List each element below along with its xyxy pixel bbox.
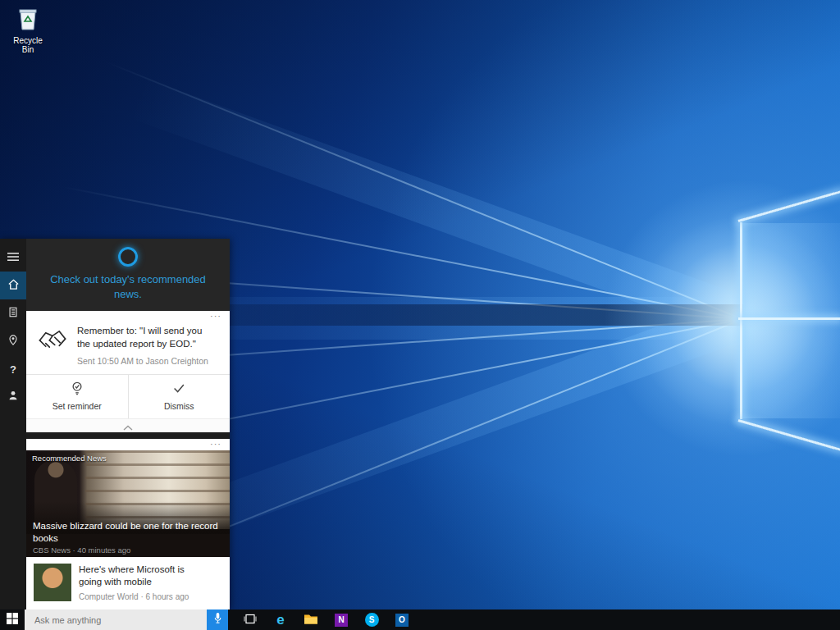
dismiss-button[interactable]: Dismiss — [129, 375, 231, 418]
recycle-bin-icon — [17, 20, 39, 34]
news-card-more-button[interactable]: ··· — [26, 439, 230, 450]
sidebar-item-places[interactable] — [0, 327, 26, 355]
cortana-sidebar: ? — [0, 239, 26, 609]
menu-button[interactable] — [0, 244, 26, 272]
window-logo-edge — [738, 317, 840, 320]
chevron-up-icon — [123, 419, 133, 433]
cortana-panel: ? Check out today's recommended news. ··… — [0, 239, 230, 609]
collapse-card-button[interactable] — [26, 418, 230, 432]
sidebar-item-notebook[interactable] — [0, 299, 26, 327]
notebook-icon — [7, 306, 19, 322]
taskbar-icons: e N S O — [228, 609, 411, 630]
news-card: ··· Recommended News Massive blizzard co… — [26, 439, 230, 609]
reminder-meta: Sent 10:50 AM to Jason Creighton — [77, 355, 215, 368]
reminder-card: ··· Remember to: "I will send you the up… — [26, 311, 230, 432]
skype-button[interactable]: S — [363, 611, 381, 629]
outlook-button[interactable]: O — [393, 611, 411, 629]
home-icon — [7, 278, 20, 294]
edge-browser-button[interactable]: e — [272, 611, 290, 629]
person-icon — [7, 390, 19, 404]
window-logo-pane — [742, 223, 840, 418]
cortana-content: Check out today's recommended news. ··· — [26, 239, 230, 609]
start-button[interactable] — [0, 609, 25, 630]
reminder-text-block: Remember to: "I will send you the update… — [77, 324, 215, 368]
help-icon: ? — [10, 363, 16, 376]
location-pin-icon — [7, 334, 19, 349]
reminder-text: Remember to: "I will send you the update… — [77, 324, 215, 350]
cortana-logo-icon — [118, 247, 138, 267]
reminder-bell-icon — [70, 384, 84, 398]
card-gap — [26, 432, 230, 439]
cortana-greeting: Check out today's recommended news. — [26, 272, 230, 302]
windows-desktop: Recycle Bin — [0, 0, 840, 630]
edge-icon: e — [276, 612, 284, 628]
onenote-button[interactable]: N — [332, 611, 350, 629]
news-headline: Massive blizzard could be one for the re… — [26, 520, 230, 545]
task-view-button[interactable] — [241, 611, 259, 629]
handshake-icon — [34, 324, 71, 368]
outlook-icon: O — [395, 614, 409, 627]
file-explorer-button[interactable] — [302, 611, 320, 629]
onenote-icon: N — [335, 614, 348, 627]
news-source: Computer World · 6 hours ago — [79, 592, 202, 601]
dismiss-label: Dismiss — [129, 401, 231, 411]
folder-icon — [304, 613, 318, 628]
windows-logo-icon — [7, 613, 18, 628]
recycle-bin-label: Recycle Bin — [7, 36, 49, 54]
news-item-text: Here's where Microsoft is going with mob… — [79, 564, 202, 603]
set-reminder-button[interactable]: Set reminder — [26, 375, 129, 418]
news-source: CBS News · 40 minutes ago — [26, 546, 230, 555]
cortana-search-box — [25, 609, 228, 630]
task-view-icon — [244, 613, 257, 628]
sidebar-item-feedback[interactable] — [0, 383, 26, 411]
recycle-bin[interactable]: Recycle Bin — [7, 7, 49, 54]
reminder-body: Remember to: "I will send you the update… — [26, 322, 230, 374]
search-input[interactable] — [25, 615, 207, 625]
cortana-header: Check out today's recommended news. — [26, 239, 230, 311]
hamburger-icon — [7, 250, 19, 265]
reminder-actions: Set reminder Dismiss — [26, 374, 230, 418]
set-reminder-label: Set reminder — [26, 401, 128, 411]
news-thumbnail — [34, 564, 71, 601]
sidebar-item-help[interactable]: ? — [0, 355, 26, 383]
checkmark-icon — [171, 384, 186, 398]
news-list-item[interactable]: Here's where Microsoft is going with mob… — [26, 557, 230, 609]
taskbar: e N S O — [0, 609, 840, 630]
recommended-news-tag: Recommended News — [32, 454, 107, 463]
microphone-button[interactable] — [207, 609, 228, 630]
microphone-icon — [213, 612, 222, 628]
news-headline: Here's where Microsoft is going with mob… — [79, 564, 202, 589]
reminder-card-more-button[interactable]: ··· — [26, 311, 230, 322]
sidebar-item-home[interactable] — [0, 272, 26, 299]
window-logo-edge — [740, 222, 742, 419]
skype-icon: S — [365, 613, 379, 627]
news-hero-story[interactable]: Recommended News Massive blizzard could … — [26, 450, 230, 557]
